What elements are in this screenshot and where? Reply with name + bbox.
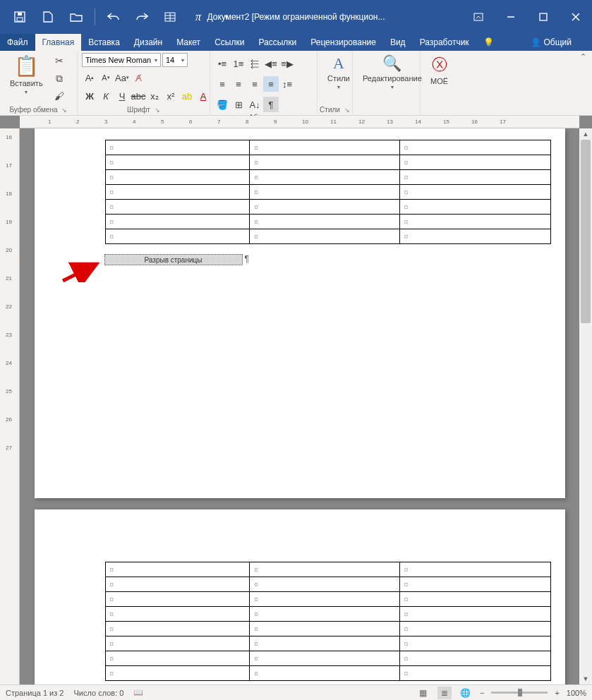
font-size-combo[interactable]: 14▾ (162, 53, 188, 67)
line-spacing-button[interactable]: ↕≡ (279, 76, 295, 92)
page-break-marker[interactable]: Разрыв страницы (104, 254, 243, 265)
table-cell[interactable]: ¤ (250, 577, 400, 592)
table-cell[interactable]: ¤ (399, 607, 550, 622)
table-cell[interactable]: ¤ (105, 636, 250, 651)
table-cell[interactable]: ¤ (105, 666, 250, 681)
table-cell[interactable]: ¤ (399, 577, 550, 592)
table-2[interactable]: ¤¤¤¤¤¤¤¤¤¤¤¤¤¤¤¤¤¤¤¤¤¤¤¤ (105, 562, 551, 681)
table-cell[interactable]: ¤ (250, 592, 400, 607)
change-case-button[interactable]: Aa▾ (114, 70, 130, 85)
paste-button[interactable]: 📋 Вставить ▾ (4, 53, 49, 97)
shrink-font-button[interactable]: A▾ (98, 70, 114, 85)
page-2[interactable]: ¤¤¤¤¤¤¤¤¤¤¤¤¤¤¤¤¤¤¤¤¤¤¤¤ (35, 509, 565, 684)
justify-button[interactable]: ≡ (263, 76, 279, 92)
maximize-button[interactable] (527, 6, 560, 28)
zoom-level[interactable]: 100% (567, 689, 586, 697)
web-layout-button[interactable]: 🌐 (459, 687, 473, 699)
table-row[interactable]: ¤¤¤ (105, 229, 550, 244)
table-cell[interactable]: ¤ (250, 140, 400, 155)
styles-button[interactable]: A Стили ▾ (322, 53, 356, 92)
table-cell[interactable]: ¤ (399, 215, 550, 229)
table-cell[interactable]: ¤ (250, 215, 400, 229)
superscript-button[interactable]: x² (163, 88, 179, 104)
shading-button[interactable]: 🪣 (215, 97, 230, 112)
zoom-out-button[interactable]: − (480, 689, 484, 697)
table-cell[interactable]: ¤ (399, 562, 550, 577)
clear-formatting-button[interactable]: A̸ (131, 70, 146, 85)
table-cell[interactable]: ¤ (399, 140, 550, 155)
align-right-button[interactable]: ≡ (247, 76, 262, 92)
table-cell[interactable]: ¤ (399, 622, 550, 636)
format-painter-button[interactable]: 🖌 (52, 88, 67, 104)
table-cell[interactable]: ¤ (105, 200, 250, 215)
table-cell[interactable]: ¤ (250, 666, 400, 681)
table-cell[interactable]: ¤ (105, 622, 250, 636)
close-button[interactable] (560, 6, 592, 28)
font-launcher[interactable]: ↘ (155, 104, 160, 116)
bullets-button[interactable]: •≡ (215, 56, 230, 71)
sort-button[interactable]: A↓ (247, 97, 262, 112)
tab-view[interactable]: Вид (383, 34, 413, 51)
tab-file[interactable]: Файл (0, 34, 35, 51)
moe-button[interactable]: ⓧ МОЁ (425, 53, 454, 87)
table-cell[interactable]: ¤ (250, 229, 400, 244)
table-cell[interactable]: ¤ (250, 607, 400, 622)
word-count[interactable]: Число слов: 0 (73, 689, 123, 697)
text-highlight-button[interactable]: ab (179, 88, 195, 104)
table-row[interactable]: ¤¤¤ (105, 200, 550, 215)
read-mode-button[interactable]: ▦ (416, 687, 430, 699)
scroll-down-button[interactable]: ▼ (579, 673, 592, 684)
open-button[interactable] (64, 0, 89, 34)
table-cell[interactable]: ¤ (399, 592, 550, 607)
share-button[interactable]: 👤 Общий доступ (524, 34, 592, 51)
table-row[interactable]: ¤¤¤ (105, 170, 550, 185)
table-row[interactable]: ¤¤¤ (105, 562, 550, 577)
redo-button[interactable] (129, 0, 155, 34)
font-color-button[interactable]: A (195, 88, 211, 104)
table-cell[interactable]: ¤ (250, 622, 400, 636)
tab-home[interactable]: Главная (35, 34, 82, 51)
show-marks-button[interactable]: ¶ (263, 97, 279, 112)
minimize-button[interactable] (495, 6, 527, 28)
table-cell[interactable]: ¤ (105, 229, 250, 244)
grow-font-button[interactable]: A▴ (82, 70, 97, 85)
table-row[interactable]: ¤¤¤ (105, 622, 550, 636)
table-cell[interactable]: ¤ (250, 185, 400, 200)
tab-mailings[interactable]: Рассылки (251, 34, 303, 51)
numbering-button[interactable]: 1≡ (231, 56, 246, 71)
table-row[interactable]: ¤¤¤ (105, 140, 550, 155)
strikethrough-button[interactable]: abc (131, 88, 146, 104)
editing-button[interactable]: 🔍 Редактирование ▾ (357, 53, 428, 92)
tab-references[interactable]: Ссылки (207, 34, 251, 51)
table-cell[interactable]: ¤ (105, 140, 250, 155)
undo-button[interactable] (101, 0, 126, 34)
table-cell[interactable]: ¤ (399, 666, 550, 681)
table-qat-button[interactable] (157, 0, 183, 34)
tab-review[interactable]: Рецензирование (303, 34, 383, 51)
table-cell[interactable]: ¤ (399, 185, 550, 200)
table-cell[interactable]: ¤ (250, 562, 400, 577)
tab-insert[interactable]: Вставка (81, 34, 127, 51)
tab-layout[interactable]: Макет (169, 34, 207, 51)
horizontal-ruler[interactable]: 1234567891011121314151617 (20, 116, 579, 128)
table-cell[interactable]: ¤ (250, 651, 400, 666)
table-cell[interactable]: ¤ (105, 170, 250, 185)
table-cell[interactable]: ¤ (399, 636, 550, 651)
align-left-button[interactable]: ≡ (215, 76, 230, 92)
vertical-scrollbar[interactable]: ▲ ▼ (579, 128, 592, 684)
new-doc-button[interactable] (35, 0, 61, 34)
table-row[interactable]: ¤¤¤ (105, 577, 550, 592)
styles-launcher[interactable]: ↘ (344, 104, 350, 116)
table-cell[interactable]: ¤ (399, 155, 550, 170)
save-button[interactable] (7, 0, 32, 34)
underline-button[interactable]: Ч (114, 88, 130, 104)
table-cell[interactable]: ¤ (105, 607, 250, 622)
tab-developer[interactable]: Разработчик (413, 34, 476, 51)
print-layout-button[interactable]: ≣ (437, 687, 452, 699)
copy-button[interactable]: ⧉ (52, 71, 67, 86)
zoom-in-button[interactable]: + (555, 689, 559, 697)
decrease-indent-button[interactable]: ◀≡ (263, 56, 279, 71)
table-cell[interactable]: ¤ (399, 229, 550, 244)
spellcheck-icon[interactable]: 📖 (133, 688, 143, 697)
table-cell[interactable]: ¤ (250, 200, 400, 215)
